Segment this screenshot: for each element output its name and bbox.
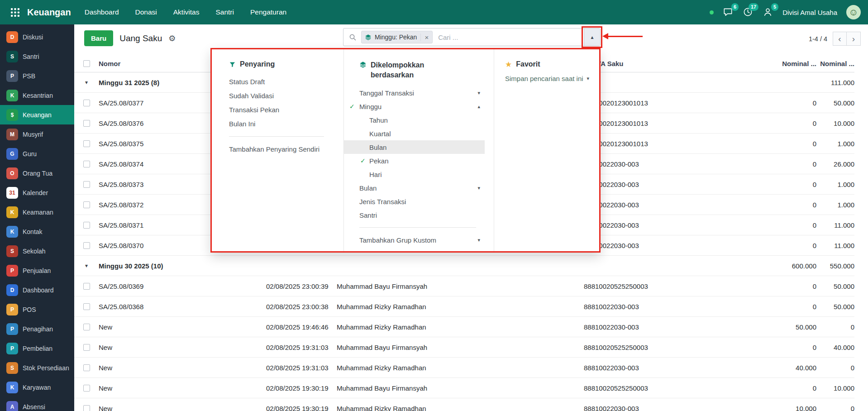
sidebar-item-musyrif[interactable]: MMusyrif (0, 124, 74, 144)
sidebar-item-pembelian[interactable]: PPembelian (0, 339, 74, 358)
row-checkbox[interactable] (83, 385, 90, 392)
row-checkbox[interactable] (83, 161, 90, 167)
filter-status-draft[interactable]: Status Draft (229, 75, 337, 89)
row-checkbox[interactable] (83, 303, 90, 310)
groupby-list: Tanggal Transaksi▾✓Minggu▴TahunKuartalBu… (344, 86, 485, 222)
sidebar-item-kesantrian[interactable]: KKesantrian (0, 86, 74, 105)
nav-menu-pengaturan[interactable]: Pengaturan (250, 8, 286, 16)
groupby-tanggal-transaksi[interactable]: Tanggal Transaksi▾ (344, 86, 485, 100)
apps-menu-button[interactable] (7, 5, 23, 20)
filter-bulan-ini[interactable]: Bulan Ini (229, 117, 337, 131)
company-name[interactable]: Divisi Amal Usaha (782, 9, 837, 16)
sidebar-item-dashboard[interactable]: DDashboard (0, 280, 74, 300)
facet-remove-button[interactable]: × (420, 33, 432, 41)
sidebar-item-pos[interactable]: PPOS (0, 300, 74, 319)
nav-menu-aktivitas[interactable]: Aktivitas (173, 8, 200, 16)
cell-nominal-in: 0 (753, 344, 816, 351)
check-icon: ✓ (349, 103, 355, 110)
karyawan-icon: K (6, 382, 18, 393)
add-custom-filter[interactable]: Tambahkan Penyaring Sendiri (229, 142, 337, 156)
sidebar-item-guru[interactable]: GGuru (0, 144, 74, 163)
group-row[interactable]: ▾Minggu 30 2025 (10)600.000550.000 (74, 256, 854, 276)
column-header-nominal-out[interactable]: Nominal ... (816, 60, 854, 67)
row-checkbox[interactable] (83, 405, 90, 411)
sidebar-item-kontak[interactable]: KKontak (0, 222, 74, 241)
groupby-bulan[interactable]: Bulan (344, 140, 485, 154)
row-checkbox[interactable] (83, 324, 90, 330)
row-checkbox[interactable] (83, 120, 90, 127)
nav-menu-dashboard[interactable]: Dashboard (85, 8, 119, 16)
groupby-option-label: Hari (369, 171, 382, 178)
cell-nominal-in: 0 (753, 99, 816, 107)
sidebar-item-penjualan[interactable]: PPenjualan (0, 261, 74, 280)
pembelian-icon: P (6, 343, 18, 354)
contacts-button[interactable]: 5 (763, 7, 773, 18)
groupby-pekan[interactable]: ✓Pekan (344, 154, 485, 167)
groupby-minggu[interactable]: ✓Minggu▴ (344, 100, 485, 113)
search-dropdown-toggle[interactable]: ▴ (584, 29, 600, 46)
cell-nominal-out: 50.000 (816, 303, 854, 311)
cell-tanggal: 02/08/2025 19:46:46 (266, 323, 337, 331)
groupby-santri[interactable]: Santri (344, 208, 485, 222)
search-bar[interactable]: Minggu: Pekan × Cari ... ▴ (343, 28, 601, 46)
groupby-jenis-transaksi[interactable]: Jenis Transaksi (344, 195, 485, 208)
sidebar-item-diskusi[interactable]: DDiskusi (0, 27, 74, 47)
row-checkbox[interactable] (83, 222, 90, 229)
save-current-search[interactable]: Simpan pencarian saat ini ▾ (505, 75, 593, 82)
groupby-bulan[interactable]: Bulan▾ (344, 181, 485, 195)
sidebar-item-keamanan[interactable]: KKeamanan (0, 202, 74, 222)
table-row[interactable]: New02/08/2025 19:46:46Muhammad Rizky Ram… (74, 317, 854, 337)
search-input[interactable]: Cari ... (438, 33, 584, 41)
musyrif-icon: M (6, 129, 18, 140)
row-checkbox[interactable] (83, 100, 90, 106)
column-header-nominal-in[interactable]: Nominal ... (753, 60, 816, 67)
table-row[interactable]: SA/25.08/036902/08/2025 23:00:39Muhammad… (74, 276, 854, 296)
table-row[interactable]: New02/08/2025 19:31:03Muhammad Bayu Firm… (74, 337, 854, 358)
sidebar-item-kalender[interactable]: 31Kalender (0, 183, 74, 202)
sidebar-item-sekolah[interactable]: SSekolah (0, 241, 74, 261)
add-custom-group[interactable]: Tambahkan Grup Kustom ▾ (344, 233, 485, 247)
messages-badge: 6 (731, 3, 739, 11)
table-row[interactable]: New02/08/2025 19:31:03Muhammad Rizky Ram… (74, 358, 854, 378)
table-row[interactable]: New02/08/2025 19:30:19Muhammad Rizky Ram… (74, 398, 854, 411)
cell-va: 88810022030-003 (584, 181, 753, 188)
row-checkbox[interactable] (83, 181, 90, 188)
table-row[interactable]: New02/08/2025 19:30:19Muhammad Bayu Firm… (74, 378, 854, 398)
column-header-va[interactable]: No. VA Saku (584, 60, 753, 67)
search-facet[interactable]: Minggu: Pekan × (361, 31, 433, 43)
row-checkbox[interactable] (83, 364, 90, 371)
select-all-checkbox[interactable] (83, 60, 90, 67)
groupby-kuartal[interactable]: Kuartal (344, 127, 485, 140)
filter-transaksi-pekan[interactable]: Transaksi Pekan (229, 103, 337, 117)
group-total-nominal-out: 550.000 (816, 262, 854, 270)
sidebar-item-keuangan[interactable]: $Keuangan (0, 105, 74, 124)
filters-title: Penyaring (240, 60, 275, 68)
pager-previous-button[interactable]: ‹ (833, 32, 847, 46)
groupby-tahun[interactable]: Tahun (344, 113, 485, 127)
nav-menu-donasi[interactable]: Donasi (135, 8, 157, 16)
row-checkbox[interactable] (83, 242, 90, 249)
gear-icon[interactable]: ⚙ (168, 33, 176, 43)
nav-menu-santri[interactable]: Santri (215, 8, 234, 16)
sidebar-item-absensi[interactable]: AAbsensi (0, 397, 74, 411)
row-checkbox[interactable] (83, 201, 90, 208)
row-checkbox[interactable] (83, 344, 90, 351)
presence-dot (710, 10, 714, 14)
row-checkbox[interactable] (83, 140, 90, 147)
row-checkbox[interactable] (83, 283, 90, 290)
app-brand[interactable]: Keuangan (27, 7, 71, 18)
sidebar-item-orang-tua[interactable]: OOrang Tua (0, 163, 74, 183)
messages-button[interactable]: 6 (723, 7, 734, 18)
filter-sudah-validasi[interactable]: Sudah Validasi (229, 89, 337, 103)
user-avatar[interactable]: ☺ (846, 5, 861, 19)
activities-button[interactable]: 17 (743, 7, 754, 18)
sidebar-item-stok-persediaan[interactable]: SStok Persediaan (0, 358, 74, 378)
sidebar-item-psb[interactable]: PPSB (0, 66, 74, 86)
table-row[interactable]: SA/25.08/036802/08/2025 23:00:38Muhammad… (74, 296, 854, 317)
sidebar-item-santri[interactable]: SSantri (0, 47, 74, 66)
sidebar-item-penagihan[interactable]: PPenagihan (0, 319, 74, 339)
sidebar-item-karyawan[interactable]: KKaryawan (0, 378, 74, 397)
new-button[interactable]: Baru (84, 30, 113, 46)
pager-next-button[interactable]: › (847, 32, 861, 46)
groupby-hari[interactable]: Hari (344, 167, 485, 181)
